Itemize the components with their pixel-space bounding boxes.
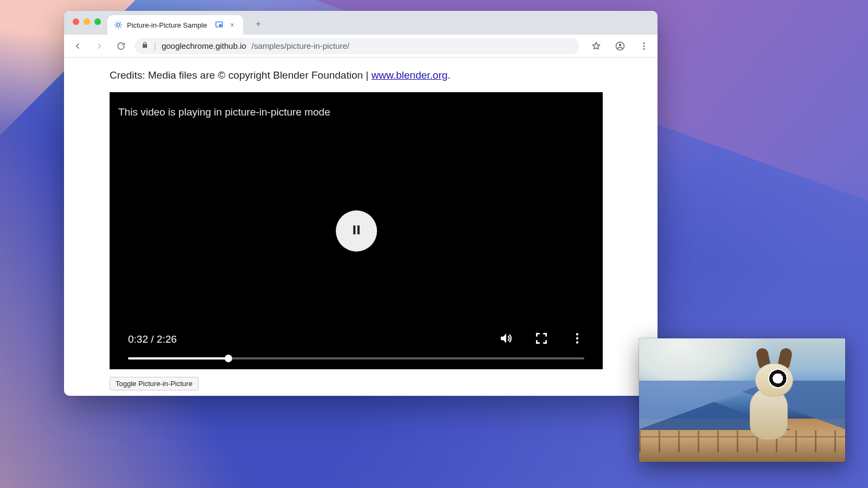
profile-avatar-button[interactable]: [612, 38, 628, 54]
svg-point-6: [643, 45, 645, 47]
credits-prefix: Credits: Media files are © copyright Ble…: [110, 69, 372, 81]
svg-point-10: [576, 333, 578, 335]
credits-suffix: .: [448, 69, 450, 81]
video-more-button[interactable]: [570, 332, 584, 346]
svg-rect-8: [353, 225, 355, 234]
tab-strip: Picture-in-Picture Sample: [64, 11, 658, 35]
browser-toolbar: | googlechrome.github.io/samples/picture…: [64, 35, 658, 57]
svg-point-7: [643, 48, 645, 49]
nav-back-button[interactable]: [69, 38, 86, 54]
time-total: 2:26: [157, 333, 177, 345]
video-progress-fill: [128, 357, 228, 359]
video-progress-thumb[interactable]: [225, 355, 232, 362]
new-tab-button[interactable]: [251, 16, 266, 31]
volume-button[interactable]: [499, 332, 513, 346]
video-pause-button[interactable]: [336, 210, 377, 252]
tab-favicon-icon: [114, 21, 123, 29]
bookmark-star-button[interactable]: [588, 38, 604, 54]
nav-forward-button[interactable]: [91, 38, 107, 54]
fullscreen-icon: [534, 331, 548, 348]
video-player[interactable]: This video is playing in picture-in-pict…: [110, 92, 603, 369]
video-time-display: 0:32 / 2:26: [128, 333, 177, 345]
pip-video-character: [727, 352, 808, 439]
video-controls: 0:32 / 2:26: [110, 332, 603, 369]
window-minimize-button[interactable]: [84, 18, 90, 25]
svg-point-5: [643, 42, 645, 44]
desktop-wallpaper: Picture-in-Picture Sample: [0, 0, 868, 488]
tab-pip-indicator-icon: [215, 20, 224, 30]
nav-reload-button[interactable]: [113, 38, 129, 54]
svg-point-4: [619, 43, 622, 46]
svg-rect-9: [357, 225, 359, 234]
svg-point-12: [576, 341, 578, 343]
window-zoom-button[interactable]: [94, 18, 101, 25]
omnibox-path: /samples/picture-in-picture/: [252, 41, 349, 50]
omnibox[interactable]: | googlechrome.github.io/samples/picture…: [135, 38, 579, 54]
page-content: Credits: Media files are © copyright Ble…: [64, 57, 658, 396]
time-current: 0:32: [128, 333, 148, 345]
credits-link[interactable]: www.blender.org: [372, 69, 448, 81]
volume-icon: [499, 331, 513, 348]
omnibox-separator: |: [154, 41, 156, 50]
more-vertical-icon: [570, 331, 584, 348]
svg-rect-2: [219, 24, 222, 26]
video-progress-track[interactable]: [128, 357, 584, 359]
browser-menu-button[interactable]: [636, 38, 652, 54]
svg-point-0: [117, 23, 119, 26]
window-controls: [69, 11, 104, 35]
tab-title: Picture-in-Picture Sample: [127, 21, 210, 29]
browser-tab[interactable]: Picture-in-Picture Sample: [107, 15, 243, 35]
svg-point-11: [576, 337, 578, 339]
tab-close-button[interactable]: [228, 21, 237, 29]
time-separator: /: [148, 333, 157, 345]
toolbar-right: [585, 38, 652, 54]
pip-floating-window[interactable]: [639, 338, 845, 462]
toggle-pip-button[interactable]: Toggle Picture-in-Picture: [110, 377, 199, 390]
browser-window: Picture-in-Picture Sample: [64, 11, 658, 396]
pause-icon: [349, 222, 364, 240]
window-close-button[interactable]: [73, 18, 79, 25]
lock-icon: [141, 41, 149, 50]
video-pip-message: This video is playing in picture-in-pict…: [118, 106, 330, 118]
fullscreen-button[interactable]: [534, 332, 548, 346]
omnibox-host: googlechrome.github.io: [162, 41, 246, 50]
credits-text: Credits: Media files are © copyright Ble…: [110, 69, 612, 81]
